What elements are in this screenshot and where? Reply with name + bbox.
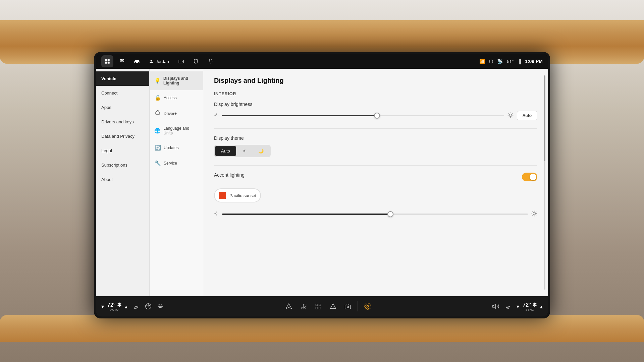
svg-rect-55: [345, 305, 351, 309]
svg-rect-10: [156, 112, 160, 114]
sidebar-item-drivers-keys[interactable]: Drivers and keys: [96, 115, 149, 129]
mid-item-displays[interactable]: 💡 Displays and Lighting: [150, 71, 203, 90]
center-divider: [358, 301, 358, 311]
music-icon[interactable]: [297, 300, 310, 313]
screen-bezel: Jordan 📶 ⬡ 📡 51° ▐ 1:09 PM: [94, 52, 550, 318]
svg-point-45: [304, 307, 306, 308]
gear-settings-icon[interactable]: [361, 300, 374, 313]
volume-icon[interactable]: [490, 301, 501, 312]
svg-marker-58: [493, 304, 495, 309]
mid-item-service[interactable]: 🔧 Service: [150, 156, 203, 171]
mid-item-updates[interactable]: 🔄 Updates: [150, 140, 203, 156]
screen-display: Jordan 📶 ⬡ 📡 51° ▐ 1:09 PM: [96, 54, 548, 316]
svg-line-38: [532, 215, 533, 216]
sidebar-item-about[interactable]: About: [96, 172, 149, 187]
settings-nav-icon[interactable]: [101, 55, 113, 67]
status-bar-left: Jordan: [101, 55, 217, 67]
accent-lighting-toggle[interactable]: [522, 173, 537, 181]
svg-line-41: [146, 305, 148, 306]
svg-rect-0: [105, 59, 107, 61]
interior-section-label: Interior: [214, 91, 537, 96]
apps-grid-icon[interactable]: [312, 300, 325, 313]
sun-icon: ☀: [242, 148, 246, 154]
svg-rect-50: [319, 304, 321, 306]
bulb-icon: 💡: [154, 78, 161, 84]
svg-point-16: [509, 114, 512, 117]
auto-brightness-button[interactable]: Auto: [517, 111, 537, 120]
status-bar-right: 📶 ⬡ 📡 51° ▐ 1:09 PM: [479, 59, 543, 64]
svg-rect-1: [108, 59, 110, 61]
pages-nav-icon[interactable]: [116, 55, 128, 67]
right-temp-up-button[interactable]: ▴: [538, 302, 545, 311]
svg-rect-51: [316, 307, 318, 309]
mid-item-driver-plus[interactable]: Driver+: [150, 106, 203, 121]
user-name: Jordan: [156, 59, 169, 64]
navigation-icon[interactable]: [282, 300, 295, 313]
svg-line-24: [508, 117, 509, 117]
driver-icon: [154, 110, 161, 117]
key-icon: 🔓: [154, 95, 161, 101]
sidebar-item-subscriptions[interactable]: Subscriptions: [96, 158, 149, 172]
svg-rect-9: [179, 60, 183, 63]
svg-point-30: [533, 212, 536, 215]
wifi-icon: 📶: [479, 59, 485, 64]
settings-panel-title: Displays and Lighting: [214, 77, 537, 84]
moon-icon: 🌙: [258, 148, 264, 154]
svg-point-8: [151, 60, 152, 61]
svg-line-42: [148, 305, 150, 306]
accent-low-icon: [214, 211, 219, 217]
user-profile[interactable]: Jordan: [146, 58, 172, 65]
car-nav-icon[interactable]: [131, 55, 143, 67]
seat-heat-left-icon[interactable]: [131, 301, 142, 312]
svg-point-56: [347, 306, 348, 308]
brightness-slider-row: Auto: [214, 111, 537, 120]
brightness-slider[interactable]: [222, 115, 504, 116]
svg-rect-3: [108, 62, 110, 64]
seat-heat-right-icon[interactable]: [502, 301, 513, 312]
color-setting: Pacific sunset: [214, 188, 537, 202]
color-picker-button[interactable]: Pacific sunset: [214, 188, 261, 202]
accent-high-icon: [531, 210, 537, 218]
steering-heat-icon[interactable]: [143, 301, 154, 312]
right-climate-mode: SYNC: [526, 308, 534, 311]
theme-night-button[interactable]: 🌙: [252, 146, 270, 156]
sidebar-item-connect[interactable]: Connect: [96, 86, 149, 100]
sidebar-item-legal[interactable]: Legal: [96, 143, 149, 158]
svg-line-37: [536, 212, 536, 212]
sidebar-item-vehicle[interactable]: Vehicle: [96, 71, 149, 86]
bottom-bar: ▾ 72° ❄ AUTO ▴: [96, 296, 548, 316]
right-climate-icons: [490, 301, 513, 312]
main-content: Vehicle Connect Apps Drivers and keys Da…: [96, 69, 548, 296]
left-temp-up-button[interactable]: ▴: [123, 302, 129, 311]
svg-marker-43: [286, 304, 291, 309]
sidebar-item-data-privacy[interactable]: Data and Privacy: [96, 129, 149, 143]
accent-brightness-slider[interactable]: [222, 214, 528, 215]
camera-icon[interactable]: [341, 300, 354, 313]
left-temp-down-button[interactable]: ▾: [99, 302, 106, 311]
divider-1: [214, 128, 537, 129]
mid-item-language[interactable]: 🌐 Language and Units: [150, 121, 203, 140]
alerts-icon[interactable]: [327, 300, 339, 313]
color-swatch-preview: [219, 192, 226, 199]
accent-lighting-label: Accent lighting: [214, 172, 245, 178]
bell-nav-icon[interactable]: [205, 55, 217, 67]
wallet-nav-icon[interactable]: [175, 55, 187, 67]
cell-bars: ▐: [518, 59, 521, 64]
toggle-knob: [530, 174, 536, 180]
accent-brightness-slider-row: [214, 210, 537, 218]
defrost-icon[interactable]: [155, 301, 166, 312]
svg-line-23: [512, 113, 513, 114]
clock-display: 1:09 PM: [525, 59, 543, 64]
theme-day-button[interactable]: ☀: [236, 146, 252, 156]
brightness-high-icon: [507, 112, 514, 119]
accent-brightness-setting: [214, 210, 537, 218]
brightness-setting: Display brightness Auto: [214, 102, 537, 120]
mid-item-access[interactable]: 🔓 Access: [150, 90, 203, 106]
svg-point-44: [302, 307, 303, 309]
theme-setting: Display theme Auto ☀ 🌙: [214, 135, 537, 157]
right-temp-down-button[interactable]: ▾: [515, 302, 521, 311]
theme-auto-button[interactable]: Auto: [215, 146, 236, 156]
sidebar-item-apps[interactable]: Apps: [96, 100, 149, 115]
svg-line-21: [508, 113, 509, 114]
shield-nav-icon[interactable]: [190, 55, 202, 67]
